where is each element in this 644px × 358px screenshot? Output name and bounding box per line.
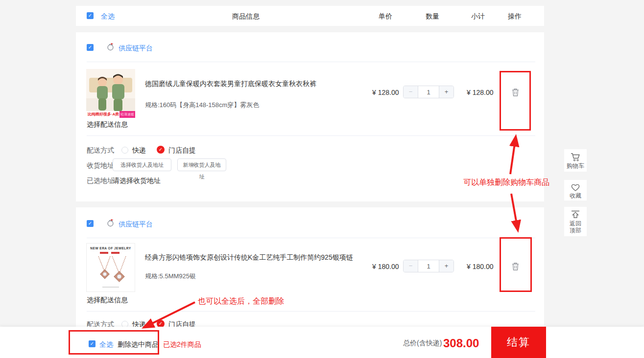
checkout-button[interactable]: 结算: [491, 327, 546, 358]
product1-title[interactable]: 德国磨绒儿童保暖内衣套装男童打底保暖衣女童秋衣秋裤: [145, 80, 316, 89]
shop1-checkbox[interactable]: [87, 44, 94, 51]
annotation-select-all-delete-note: 也可以全选后，全部删除: [198, 296, 284, 307]
total-price-value: 308.00: [443, 336, 479, 350]
quantity-decrease-button[interactable]: −: [404, 260, 418, 272]
annotation-single-delete-note: 可以单独删除购物车商品: [463, 178, 549, 188]
product2-image[interactable]: NEW ERA OF JEWELRY: [86, 243, 135, 292]
column-subtotal: 小计: [471, 12, 485, 21]
sidebar-back-top-label: 返回顶部: [569, 220, 582, 234]
select-delivery-info-label-1: 选择配送信息: [87, 120, 128, 129]
cart-icon: [570, 153, 581, 162]
column-operation: 操作: [508, 12, 522, 21]
sidebar-favorite-button[interactable]: 收藏: [564, 180, 587, 201]
column-quantity: 数量: [426, 12, 439, 21]
product2-subtotal: ¥ 180.00: [467, 263, 494, 270]
choose-address-button[interactable]: 选择收货人及地址: [113, 158, 171, 171]
pickup-radio-checked-1[interactable]: [157, 146, 165, 154]
quantity-input[interactable]: [418, 86, 439, 98]
product1-spec: 规格:160码【身高148-158cm穿】雾灰色: [145, 101, 259, 110]
sidebar-cart-label: 购物车: [564, 162, 587, 169]
back-to-top-icon: [571, 210, 580, 220]
express-radio-1[interactable]: [121, 147, 128, 154]
shop-icon: [106, 43, 115, 53]
heart-icon: [571, 183, 580, 192]
product1-quantity-stepper: − +: [403, 86, 454, 98]
product2-title[interactable]: 经典方形闪锆项饰女原创设计传统K金工艺纯手工制作简约925银项链: [145, 253, 353, 262]
total-price-label: 总价(含快递): [403, 339, 442, 348]
annotation-box-select-all: [69, 330, 159, 355]
divider: [87, 62, 535, 62]
shop2-checkbox[interactable]: [87, 220, 94, 227]
annotation-box-trash1: [500, 71, 531, 131]
express-label-1[interactable]: 快递: [132, 146, 146, 155]
quantity-decrease-button[interactable]: −: [404, 86, 418, 98]
divider: [87, 135, 535, 136]
shop1-name-link[interactable]: 供应链平台: [119, 44, 153, 53]
sidebar-cart-button[interactable]: 购物车: [564, 149, 587, 172]
product2-price: ¥ 180.00: [372, 263, 399, 270]
quantity-increase-button[interactable]: +: [439, 86, 453, 98]
product2-image-brand: NEW ERA OF JEWELRY: [87, 246, 135, 250]
select-all-label-header[interactable]: 全选: [101, 12, 115, 21]
shop2-name-link[interactable]: 供应链平台: [119, 220, 153, 229]
column-product-info: 商品信息: [232, 12, 260, 21]
column-unit-price: 单价: [379, 12, 392, 21]
sidebar-back-top-button[interactable]: 返回顶部: [564, 207, 587, 236]
product2-quantity-stepper: − +: [403, 260, 454, 272]
selected-address-label: 已选地址: [87, 177, 114, 185]
sidebar-favorite-label: 收藏: [564, 192, 587, 199]
product1-image[interactable]: 比纯棉好很多·A类 轻薄速暖: [86, 69, 135, 118]
product1-price: ¥ 128.00: [372, 89, 399, 96]
annotation-box-trash2: [500, 237, 532, 292]
shop-icon: [106, 219, 115, 229]
product1-image-badge-right: 轻薄速暖: [119, 111, 135, 118]
divider: [87, 238, 535, 238]
address-label: 收货地址: [87, 161, 114, 170]
delivery-method-label-1: 配送方式: [87, 146, 114, 155]
product2-spec: 规格:5.5MM925银: [145, 272, 196, 281]
add-address-button[interactable]: 新增收货人及地址: [177, 158, 226, 171]
pickup-label-1[interactable]: 门店自提: [168, 146, 196, 155]
selected-count-text: 已选2件商品: [163, 340, 201, 349]
selected-address-value: 请选择收货地址: [113, 177, 161, 185]
product1-image-badge-left: 比纯棉好很多·A类: [86, 111, 120, 118]
product1-subtotal: ¥ 128.00: [467, 89, 494, 96]
quantity-increase-button[interactable]: +: [439, 260, 453, 272]
divider: [87, 311, 535, 312]
quantity-input[interactable]: [418, 260, 439, 272]
select-delivery-info-label-2: 选择配送信息: [87, 296, 128, 305]
select-all-checkbox-header[interactable]: [87, 12, 94, 19]
